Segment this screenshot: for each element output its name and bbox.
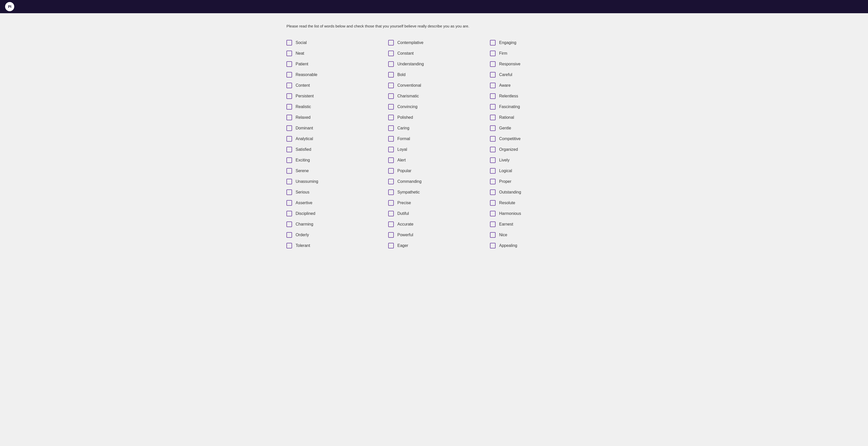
list-item[interactable]: Disciplined [286, 208, 378, 219]
checkbox-input[interactable] [490, 61, 496, 67]
checkbox-input[interactable] [286, 51, 292, 56]
checkbox-input[interactable] [286, 179, 292, 184]
list-item[interactable]: Serene [286, 165, 378, 176]
list-item[interactable]: Commanding [388, 176, 480, 187]
checkbox-input[interactable] [388, 211, 394, 216]
checkbox-input[interactable] [490, 200, 496, 206]
checkbox-input[interactable] [286, 61, 292, 67]
list-item[interactable]: Neat [286, 48, 378, 59]
list-item[interactable]: Firm [490, 48, 582, 59]
checkbox-input[interactable] [286, 221, 292, 227]
checkbox-input[interactable] [490, 136, 496, 141]
checkbox-input[interactable] [490, 51, 496, 56]
list-item[interactable]: Harmonious [490, 208, 582, 219]
checkbox-input[interactable] [388, 115, 394, 120]
checkbox-input[interactable] [490, 147, 496, 152]
checkbox-input[interactable] [490, 189, 496, 195]
checkbox-input[interactable] [388, 200, 394, 206]
checkbox-input[interactable] [286, 40, 292, 45]
list-item[interactable]: Realistic [286, 101, 378, 112]
checkbox-input[interactable] [490, 243, 496, 248]
checkbox-input[interactable] [286, 125, 292, 131]
checkbox-input[interactable] [286, 72, 292, 77]
checkbox-input[interactable] [490, 125, 496, 131]
list-item[interactable]: Understanding [388, 59, 480, 69]
checkbox-input[interactable] [286, 243, 292, 248]
list-item[interactable]: Charismatic [388, 91, 480, 101]
list-item[interactable]: Careful [490, 69, 582, 80]
list-item[interactable]: Social [286, 37, 378, 48]
list-item[interactable]: Resolute [490, 198, 582, 208]
list-item[interactable]: Loyal [388, 144, 480, 155]
checkbox-input[interactable] [490, 168, 496, 174]
list-item[interactable]: Nice [490, 230, 582, 240]
checkbox-input[interactable] [286, 200, 292, 206]
checkbox-input[interactable] [490, 221, 496, 227]
checkbox-input[interactable] [388, 93, 394, 99]
list-item[interactable]: Alert [388, 155, 480, 165]
list-item[interactable]: Orderly [286, 230, 378, 240]
list-item[interactable]: Analytical [286, 133, 378, 144]
checkbox-input[interactable] [286, 93, 292, 99]
list-item[interactable]: Appealing [490, 240, 582, 251]
list-item[interactable]: Satisfied [286, 144, 378, 155]
checkbox-input[interactable] [490, 40, 496, 45]
list-item[interactable]: Powerful [388, 230, 480, 240]
list-item[interactable]: Unassuming [286, 176, 378, 187]
list-item[interactable]: Relaxed [286, 112, 378, 123]
list-item[interactable]: Tolerant [286, 240, 378, 251]
checkbox-input[interactable] [388, 61, 394, 67]
checkbox-input[interactable] [388, 40, 394, 45]
checkbox-input[interactable] [490, 211, 496, 216]
list-item[interactable]: Relentless [490, 91, 582, 101]
list-item[interactable]: Caring [388, 123, 480, 133]
checkbox-input[interactable] [490, 72, 496, 77]
checkbox-input[interactable] [388, 104, 394, 109]
checkbox-input[interactable] [490, 93, 496, 99]
checkbox-input[interactable] [388, 147, 394, 152]
list-item[interactable]: Fascinating [490, 101, 582, 112]
checkbox-input[interactable] [286, 115, 292, 120]
checkbox-input[interactable] [490, 83, 496, 88]
checkbox-input[interactable] [286, 232, 292, 238]
checkbox-input[interactable] [388, 221, 394, 227]
list-item[interactable]: Gentle [490, 123, 582, 133]
list-item[interactable]: Persistent [286, 91, 378, 101]
list-item[interactable]: Sympathetic [388, 187, 480, 198]
checkbox-input[interactable] [286, 157, 292, 163]
list-item[interactable]: Popular [388, 165, 480, 176]
checkbox-input[interactable] [490, 115, 496, 120]
checkbox-input[interactable] [388, 232, 394, 238]
list-item[interactable]: Formal [388, 133, 480, 144]
checkbox-input[interactable] [388, 157, 394, 163]
list-item[interactable]: Constant [388, 48, 480, 59]
checkbox-input[interactable] [388, 136, 394, 141]
checkbox-input[interactable] [490, 232, 496, 238]
checkbox-input[interactable] [490, 104, 496, 109]
list-item[interactable]: Earnest [490, 219, 582, 230]
list-item[interactable]: Assertive [286, 198, 378, 208]
list-item[interactable]: Polished [388, 112, 480, 123]
checkbox-input[interactable] [388, 51, 394, 56]
list-item[interactable]: Reasonable [286, 69, 378, 80]
list-item[interactable]: Eager [388, 240, 480, 251]
list-item[interactable]: Dutiful [388, 208, 480, 219]
list-item[interactable]: Engaging [490, 37, 582, 48]
checkbox-input[interactable] [490, 179, 496, 184]
checkbox-input[interactable] [286, 189, 292, 195]
checkbox-input[interactable] [388, 189, 394, 195]
list-item[interactable]: Proper [490, 176, 582, 187]
list-item[interactable]: Lively [490, 155, 582, 165]
list-item[interactable]: Accurate [388, 219, 480, 230]
list-item[interactable]: Aware [490, 80, 582, 91]
checkbox-input[interactable] [286, 168, 292, 174]
checkbox-input[interactable] [388, 83, 394, 88]
list-item[interactable]: Responsive [490, 59, 582, 69]
list-item[interactable]: Organized [490, 144, 582, 155]
list-item[interactable]: Serious [286, 187, 378, 198]
list-item[interactable]: Outstanding [490, 187, 582, 198]
list-item[interactable]: Competitive [490, 133, 582, 144]
checkbox-input[interactable] [490, 157, 496, 163]
list-item[interactable]: Charming [286, 219, 378, 230]
list-item[interactable]: Conventional [388, 80, 480, 91]
